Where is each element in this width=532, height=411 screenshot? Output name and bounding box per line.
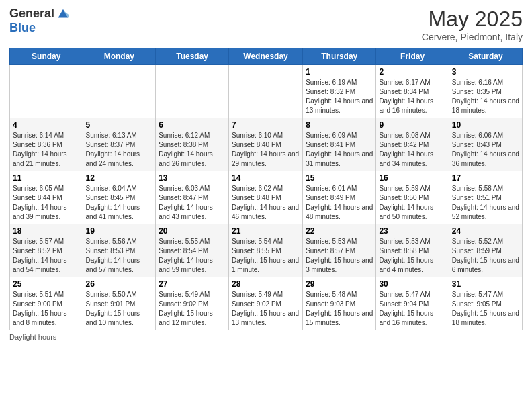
day-number: 18 <box>13 226 80 236</box>
day-info: Sunrise: 6:16 AM Sunset: 8:35 PM Dayligh… <box>452 78 519 116</box>
day-number: 30 <box>379 279 445 289</box>
day-number: 9 <box>379 120 445 130</box>
day-info: Sunrise: 5:55 AM Sunset: 8:54 PM Dayligh… <box>159 237 226 275</box>
calendar-cell: 10Sunrise: 6:06 AM Sunset: 8:43 PM Dayli… <box>449 118 522 171</box>
calendar-cell: 25Sunrise: 5:51 AM Sunset: 9:00 PM Dayli… <box>10 277 83 330</box>
day-number: 22 <box>306 226 373 236</box>
calendar-cell <box>229 65 303 118</box>
day-number: 29 <box>306 279 373 289</box>
calendar-cell: 6Sunrise: 6:12 AM Sunset: 8:38 PM Daylig… <box>156 118 229 171</box>
calendar-cell: 3Sunrise: 6:16 AM Sunset: 8:35 PM Daylig… <box>449 65 522 118</box>
day-header-sunday: Sunday <box>10 48 83 65</box>
day-number: 26 <box>86 279 153 289</box>
calendar-table: SundayMondayTuesdayWednesdayThursdayFrid… <box>9 48 523 330</box>
day-number: 19 <box>86 226 153 236</box>
day-number: 6 <box>159 120 226 130</box>
calendar-cell: 7Sunrise: 6:10 AM Sunset: 8:40 PM Daylig… <box>229 118 303 171</box>
day-header-thursday: Thursday <box>303 48 376 65</box>
calendar-cell: 28Sunrise: 5:49 AM Sunset: 9:02 PM Dayli… <box>229 277 303 330</box>
calendar-cell: 21Sunrise: 5:54 AM Sunset: 8:55 PM Dayli… <box>229 224 303 277</box>
calendar-cell: 2Sunrise: 6:17 AM Sunset: 8:34 PM Daylig… <box>376 65 449 118</box>
day-info: Sunrise: 5:49 AM Sunset: 9:02 PM Dayligh… <box>159 290 226 328</box>
calendar-cell: 13Sunrise: 6:03 AM Sunset: 8:47 PM Dayli… <box>156 171 229 224</box>
day-number: 25 <box>13 279 80 289</box>
logo-general: General <box>9 7 54 21</box>
calendar-cell <box>83 65 156 118</box>
day-header-monday: Monday <box>83 48 156 65</box>
day-number: 1 <box>306 67 373 77</box>
day-number: 20 <box>159 226 226 236</box>
day-info: Sunrise: 6:10 AM Sunset: 8:40 PM Dayligh… <box>232 131 300 169</box>
calendar-title: May 2025 <box>422 7 523 32</box>
title-block: May 2025 Cervere, Piedmont, Italy <box>422 7 523 42</box>
calendar-cell: 27Sunrise: 5:49 AM Sunset: 9:02 PM Dayli… <box>156 277 229 330</box>
calendar-header-row: SundayMondayTuesdayWednesdayThursdayFrid… <box>10 48 523 65</box>
logo: General Blue <box>9 7 71 35</box>
day-number: 24 <box>452 226 519 236</box>
day-info: Sunrise: 6:09 AM Sunset: 8:41 PM Dayligh… <box>306 131 373 169</box>
calendar-cell: 18Sunrise: 5:57 AM Sunset: 8:52 PM Dayli… <box>10 224 83 277</box>
day-info: Sunrise: 5:59 AM Sunset: 8:50 PM Dayligh… <box>379 184 445 222</box>
calendar-cell: 15Sunrise: 6:01 AM Sunset: 8:49 PM Dayli… <box>303 171 376 224</box>
day-number: 27 <box>159 279 226 289</box>
logo-blue: Blue <box>9 21 71 35</box>
day-info: Sunrise: 6:04 AM Sunset: 8:45 PM Dayligh… <box>86 184 153 222</box>
day-number: 28 <box>232 279 300 289</box>
calendar-cell: 31Sunrise: 5:47 AM Sunset: 9:05 PM Dayli… <box>449 277 522 330</box>
day-info: Sunrise: 5:47 AM Sunset: 9:04 PM Dayligh… <box>379 290 445 328</box>
day-info: Sunrise: 5:53 AM Sunset: 8:58 PM Dayligh… <box>379 237 445 275</box>
calendar-subtitle: Cervere, Piedmont, Italy <box>422 32 523 42</box>
day-header-saturday: Saturday <box>449 48 522 65</box>
day-number: 21 <box>232 226 300 236</box>
day-info: Sunrise: 5:49 AM Sunset: 9:02 PM Dayligh… <box>232 290 300 328</box>
day-info: Sunrise: 6:06 AM Sunset: 8:43 PM Dayligh… <box>452 131 519 169</box>
calendar-week-4: 18Sunrise: 5:57 AM Sunset: 8:52 PM Dayli… <box>10 224 523 277</box>
calendar-week-3: 11Sunrise: 6:05 AM Sunset: 8:44 PM Dayli… <box>10 171 523 224</box>
day-number: 11 <box>13 173 80 183</box>
calendar-cell: 17Sunrise: 5:58 AM Sunset: 8:51 PM Dayli… <box>449 171 522 224</box>
calendar-cell <box>10 65 83 118</box>
day-info: Sunrise: 6:08 AM Sunset: 8:42 PM Dayligh… <box>379 131 445 169</box>
calendar-cell: 19Sunrise: 5:56 AM Sunset: 8:53 PM Dayli… <box>83 224 156 277</box>
calendar-cell: 24Sunrise: 5:52 AM Sunset: 8:59 PM Dayli… <box>449 224 522 277</box>
day-number: 3 <box>452 67 519 77</box>
calendar-week-1: 1Sunrise: 6:19 AM Sunset: 8:32 PM Daylig… <box>10 65 523 118</box>
page: General Blue May 2025 Cervere, Piedmont,… <box>0 0 532 411</box>
day-header-friday: Friday <box>376 48 449 65</box>
day-number: 31 <box>452 279 519 289</box>
day-info: Sunrise: 5:58 AM Sunset: 8:51 PM Dayligh… <box>452 184 519 222</box>
calendar-cell: 1Sunrise: 6:19 AM Sunset: 8:32 PM Daylig… <box>303 65 376 118</box>
day-info: Sunrise: 5:51 AM Sunset: 9:00 PM Dayligh… <box>13 290 80 328</box>
calendar-week-5: 25Sunrise: 5:51 AM Sunset: 9:00 PM Dayli… <box>10 277 523 330</box>
calendar-cell: 11Sunrise: 6:05 AM Sunset: 8:44 PM Dayli… <box>10 171 83 224</box>
day-number: 4 <box>13 120 80 130</box>
calendar-cell: 29Sunrise: 5:48 AM Sunset: 9:03 PM Dayli… <box>303 277 376 330</box>
calendar-cell: 26Sunrise: 5:50 AM Sunset: 9:01 PM Dayli… <box>83 277 156 330</box>
calendar-cell: 22Sunrise: 5:53 AM Sunset: 8:57 PM Dayli… <box>303 224 376 277</box>
calendar-cell: 16Sunrise: 5:59 AM Sunset: 8:50 PM Dayli… <box>376 171 449 224</box>
day-number: 16 <box>379 173 445 183</box>
calendar-cell: 12Sunrise: 6:04 AM Sunset: 8:45 PM Dayli… <box>83 171 156 224</box>
day-number: 23 <box>379 226 445 236</box>
day-header-tuesday: Tuesday <box>156 48 229 65</box>
day-number: 17 <box>452 173 519 183</box>
day-number: 5 <box>86 120 153 130</box>
calendar-cell: 30Sunrise: 5:47 AM Sunset: 9:04 PM Dayli… <box>376 277 449 330</box>
calendar-cell: 23Sunrise: 5:53 AM Sunset: 8:58 PM Dayli… <box>376 224 449 277</box>
calendar-cell <box>156 65 229 118</box>
day-info: Sunrise: 5:53 AM Sunset: 8:57 PM Dayligh… <box>306 237 373 275</box>
day-info: Sunrise: 6:01 AM Sunset: 8:49 PM Dayligh… <box>306 184 373 222</box>
day-info: Sunrise: 6:12 AM Sunset: 8:38 PM Dayligh… <box>159 131 226 169</box>
day-info: Sunrise: 5:54 AM Sunset: 8:55 PM Dayligh… <box>232 237 300 275</box>
day-info: Sunrise: 5:52 AM Sunset: 8:59 PM Dayligh… <box>452 237 519 275</box>
calendar-cell: 9Sunrise: 6:08 AM Sunset: 8:42 PM Daylig… <box>376 118 449 171</box>
logo-icon <box>56 7 71 21</box>
day-info: Sunrise: 5:57 AM Sunset: 8:52 PM Dayligh… <box>13 237 80 275</box>
day-number: 14 <box>232 173 300 183</box>
day-info: Sunrise: 6:02 AM Sunset: 8:48 PM Dayligh… <box>232 184 300 222</box>
day-info: Sunrise: 6:13 AM Sunset: 8:37 PM Dayligh… <box>86 131 153 169</box>
calendar-cell: 20Sunrise: 5:55 AM Sunset: 8:54 PM Dayli… <box>156 224 229 277</box>
calendar-cell: 4Sunrise: 6:14 AM Sunset: 8:36 PM Daylig… <box>10 118 83 171</box>
day-info: Sunrise: 5:50 AM Sunset: 9:01 PM Dayligh… <box>86 290 153 328</box>
calendar-cell: 8Sunrise: 6:09 AM Sunset: 8:41 PM Daylig… <box>303 118 376 171</box>
